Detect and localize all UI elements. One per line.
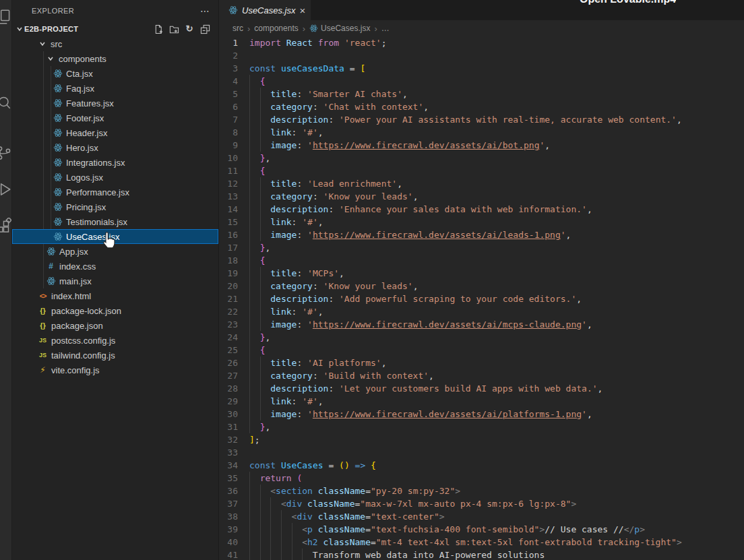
code-line[interactable]: 35return ( [220,472,744,485]
tree-item-integrations-jsx[interactable]: Integrations.jsx [12,155,218,170]
indent-guide [249,152,260,164]
indent-guide [249,318,260,331]
code-line[interactable]: 37<div className="max-w-7xl mx-auto px-4… [220,497,744,510]
code-line[interactable]: 24}, [220,331,744,344]
tree-item-hero-jsx[interactable]: Hero.jsx [12,140,218,155]
tree-item-logos-jsx[interactable]: Logos.jsx [12,170,218,185]
code-line[interactable]: 8link: '#', [220,126,744,139]
tree-item-package-lock-json[interactable]: {}package-lock.json [12,303,218,318]
code-line[interactable]: 1import React from 'react'; [220,36,744,49]
tree-item-package-json[interactable]: {}package.json [12,318,218,333]
code-line[interactable]: 22link: '#', [220,305,744,318]
code-line[interactable]: 17}, [220,241,744,254]
code-line[interactable]: 18{ [220,254,744,267]
code-line[interactable]: 32]; [220,433,744,446]
new-file-button[interactable] [153,24,164,34]
source-control-icon[interactable] [0,144,12,162]
collapse-all-icon[interactable] [199,24,210,34]
files-icon[interactable] [0,8,12,26]
code-line[interactable]: 27category: 'Build with context', [220,369,744,382]
new-folder-button[interactable] [168,24,179,34]
code-line[interactable]: 4{ [220,75,744,88]
refresh-icon[interactable]: ↻ [184,24,195,34]
code-line[interactable]: 33 [220,446,744,459]
code-line[interactable]: 36<section className="py-20 sm:py-32"> [220,485,744,497]
code-line[interactable]: 10}, [220,152,744,164]
project-header[interactable]: E2B-PROJECT ↻ [12,22,218,36]
code-line[interactable]: 15link: '#', [220,216,744,228]
tree-item-label: src [51,39,62,49]
tree-item-vite-config-js[interactable]: ⚡vite.config.js [12,363,218,377]
code-line[interactable]: 12title: 'Lead enrichment', [220,177,744,190]
indent-guide [281,536,292,549]
tree-item-faq-jsx[interactable]: Faq.jsx [12,81,218,96]
code-line[interactable]: 21description: 'Add powerful scraping to… [220,292,744,305]
code-line[interactable]: 20category: 'Know your leads', [220,280,744,292]
code-line[interactable]: 23image: 'https://www.firecrawl.dev/asse… [220,318,744,331]
search-icon[interactable] [0,94,12,111]
tree-item-src[interactable]: src [12,36,218,51]
indent-guide [249,395,260,408]
code-line[interactable]: 13category: 'Know your leads', [220,190,744,203]
code-line[interactable]: 28description: 'Let your customers build… [220,382,744,395]
tree-item-index-html[interactable]: <>index.html [12,288,218,303]
run-debug-icon[interactable] [0,181,12,198]
line-number: 31 [220,421,249,433]
code-line[interactable]: 6category: 'Chat with context', [220,100,744,113]
tree-item-cta-jsx[interactable]: Cta.jsx [12,66,218,81]
code-line[interactable]: 14description: 'Enhance your sales data … [220,203,744,216]
code-line[interactable]: 5title: 'Smarter AI chats', [220,88,744,100]
indent-guide [270,510,281,523]
tree-item-performance-jsx[interactable]: Performance.jsx [12,185,218,199]
code-line[interactable]: 7description: 'Power your AI assistants … [220,113,744,126]
code-line[interactable]: 11{ [220,164,744,177]
breadcrumb-item-components[interactable]: components [254,24,298,33]
breadcrumb-item-src[interactable]: src [232,24,243,33]
code-line[interactable]: 29link: '#', [220,395,744,408]
tree-item-pricing-jsx[interactable]: Pricing.jsx [12,199,218,214]
more-actions-icon[interactable]: ⋯ [200,5,210,16]
code-line[interactable]: 26title: 'AI platforms', [220,356,744,369]
extensions-icon[interactable] [0,218,12,235]
code-line[interactable]: 9image: 'https://www.firecrawl.dev/asset… [220,139,744,152]
code-line[interactable]: 30image: 'https://www.firecrawl.dev/asse… [220,408,744,421]
chevron-down-icon [46,54,55,63]
tree-item-tailwind-config-js[interactable]: JStailwind.config.js [12,348,218,363]
tree-item-features-jsx[interactable]: Features.jsx [12,96,218,111]
tree-item-testimonials-jsx[interactable]: Testimonials.jsx [12,214,218,229]
indent-guide [260,369,271,382]
tree-item-postcss-config-js[interactable]: JSpostcss.config.js [12,333,218,348]
breadcrumb-label: src [232,24,243,33]
code-line[interactable]: 3const useCasesData = [ [220,62,744,75]
tree-item-index-css[interactable]: #index.css [12,259,218,274]
code-line[interactable]: 40<h2 className="mt-4 text-4xl sm:text-5… [220,536,744,549]
code-area[interactable]: 1import React from 'react';23const useCa… [220,36,744,560]
tree-item-components[interactable]: components [12,51,218,66]
indent-guide [292,523,303,536]
line-number: 29 [220,395,249,408]
json-file-icon: {} [38,321,48,331]
breadcrumb-item--[interactable]: … [381,24,390,33]
tree-item-app-jsx[interactable]: App.jsx [12,244,218,259]
code-line[interactable]: 2 [220,49,744,62]
code-line[interactable]: 38<div className="text-center"> [220,510,744,523]
code-line[interactable]: 25{ [220,344,744,356]
code-line[interactable]: 31}, [220,421,744,433]
breadcrumb-item-usecases-jsx[interactable]: UseCases.jsx [309,24,370,33]
tree-item-usecases-jsx[interactable]: UseCases.jsx [12,229,218,244]
code-line-content: { [249,164,265,177]
tree-item-footer-jsx[interactable]: Footer.jsx [12,111,218,125]
tree-item-header-jsx[interactable]: Header.jsx [12,125,218,140]
close-icon[interactable]: × [299,5,305,15]
code-line[interactable]: 16image: 'https://www.firecrawl.dev/asse… [220,228,744,241]
react-icon [53,217,63,227]
breadcrumb-separator: › [247,24,250,34]
tab-usecases[interactable]: UseCases.jsx × [220,0,311,20]
react-icon [53,98,63,108]
tree-item-main-jsx[interactable]: main.jsx [12,274,218,288]
code-line[interactable]: 19title: 'MCPs', [220,267,744,280]
code-line[interactable]: 39<p className="text-fuchsia-400 font-se… [220,523,744,536]
code-line[interactable]: 41Transform web data into AI-powered sol… [220,549,744,560]
code-line[interactable]: 34const UseCases = () => { [220,459,744,472]
indent-guide [249,139,260,152]
